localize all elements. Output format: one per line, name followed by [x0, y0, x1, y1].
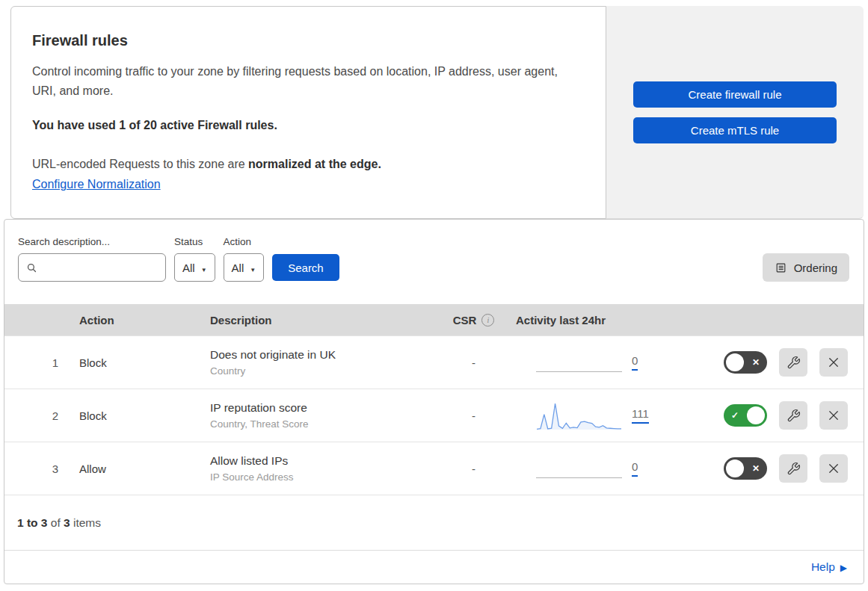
chevron-down-icon	[250, 262, 256, 274]
rule-description-cell: Does not originate in UK Country	[210, 348, 434, 377]
rule-csr-value: -	[434, 409, 513, 422]
action-label: Action	[224, 236, 265, 247]
rule-activity-cell: 111	[513, 399, 715, 432]
rule-priority: 3	[4, 462, 79, 475]
toggle-knob	[726, 353, 744, 371]
rule-fields: Country, Threat Score	[210, 418, 434, 430]
activity-count-link[interactable]: 0	[632, 460, 638, 477]
status-filter-group: Status All	[174, 236, 215, 282]
normalization-note: URL-encoded Requests to this zone are no…	[32, 154, 585, 194]
rule-action: Block	[79, 409, 210, 422]
wrench-icon	[787, 462, 801, 476]
create-firewall-rule-button[interactable]: Create firewall rule	[633, 81, 837, 108]
rule-controls	[715, 401, 864, 430]
rule-controls	[715, 454, 864, 483]
cta-panel: Create firewall rule Create mTLS rule	[606, 6, 864, 219]
table-row: 1 Block Does not originate in UK Country…	[4, 335, 864, 389]
rule-controls	[715, 348, 864, 377]
top-section: Firewall rules Control incoming traffic …	[10, 6, 864, 219]
header-csr: CSRi	[434, 314, 513, 327]
edit-rule-button[interactable]	[779, 401, 807, 430]
close-icon	[827, 409, 840, 422]
usage-summary: You have used 1 of 20 active Firewall ru…	[32, 119, 585, 132]
configure-normalization-link[interactable]: Configure Normalization	[32, 178, 161, 191]
intro-description: Control incoming traffic to your zone by…	[32, 62, 574, 101]
rule-activity-cell: 0	[513, 452, 715, 485]
header-description: Description	[210, 314, 434, 327]
rule-enabled-toggle[interactable]	[724, 457, 767, 480]
wrench-icon	[787, 409, 801, 423]
rule-csr-value: -	[434, 462, 513, 475]
header-action: Action	[79, 314, 210, 327]
close-icon	[827, 462, 840, 475]
action-filter-group: Action All	[224, 236, 265, 282]
activity-sparkline	[536, 346, 622, 379]
table-row: 2 Block IP reputation score Country, Thr…	[4, 389, 864, 442]
status-dropdown[interactable]: All	[174, 253, 215, 282]
rule-action: Block	[79, 356, 210, 369]
ordering-button[interactable]: Ordering	[763, 253, 849, 282]
search-group: Search description...	[18, 236, 166, 282]
intro-card: Firewall rules Control incoming traffic …	[10, 6, 606, 219]
search-label: Search description...	[18, 236, 166, 247]
items-count: 1 to 3 of 3 items	[4, 495, 864, 550]
help-row: Help	[4, 550, 864, 584]
delete-rule-button[interactable]	[819, 348, 848, 377]
rule-description-cell: Allow listed IPs IP Source Address	[210, 454, 434, 483]
rules-table-body: 1 Block Does not originate in UK Country…	[4, 335, 864, 495]
edit-rule-button[interactable]	[779, 348, 807, 377]
help-link[interactable]: Help	[811, 560, 847, 574]
filter-bar: Search description... Status All Action …	[4, 220, 864, 304]
activity-count-link[interactable]: 0	[632, 354, 638, 371]
arrow-right-icon	[840, 560, 847, 574]
check-icon	[731, 410, 739, 421]
rule-action: Allow	[79, 462, 210, 475]
toggle-knob	[747, 406, 765, 424]
rule-csr-value: -	[434, 356, 513, 369]
close-icon	[827, 356, 840, 369]
create-mtls-rule-button[interactable]: Create mTLS rule	[633, 117, 837, 143]
info-icon[interactable]: i	[481, 314, 494, 327]
rule-description: Does not originate in UK	[210, 348, 434, 362]
search-input-box[interactable]	[18, 253, 166, 282]
search-icon	[25, 262, 38, 274]
action-dropdown[interactable]: All	[224, 253, 265, 282]
activity-sparkline	[536, 399, 622, 432]
x-icon	[752, 357, 760, 368]
x-icon	[752, 463, 760, 474]
rules-card: Search description... Status All Action …	[4, 219, 864, 584]
rule-fields: Country	[210, 365, 434, 377]
delete-rule-button[interactable]	[819, 401, 848, 430]
ordering-list-icon	[775, 262, 787, 274]
rule-description-cell: IP reputation score Country, Threat Scor…	[210, 401, 434, 430]
delete-rule-button[interactable]	[819, 454, 848, 483]
table-header: Action Description CSRi Activity last 24…	[4, 304, 864, 335]
toggle-knob	[726, 460, 744, 477]
search-input[interactable]	[38, 261, 158, 274]
rule-priority: 2	[4, 409, 79, 422]
table-row: 3 Allow Allow listed IPs IP Source Addre…	[4, 442, 864, 495]
chevron-down-icon	[201, 262, 207, 274]
rule-enabled-toggle[interactable]	[724, 404, 767, 427]
rule-priority: 1	[4, 356, 79, 369]
rule-fields: IP Source Address	[210, 471, 434, 483]
activity-count-link[interactable]: 111	[632, 407, 649, 424]
edit-rule-button[interactable]	[779, 454, 807, 483]
status-label: Status	[174, 236, 215, 247]
wrench-icon	[787, 356, 801, 370]
rule-enabled-toggle[interactable]	[724, 351, 767, 374]
activity-sparkline	[536, 452, 622, 485]
page-title: Firewall rules	[32, 32, 585, 49]
rule-activity-cell: 0	[513, 346, 715, 379]
rule-description: IP reputation score	[210, 401, 434, 415]
search-button[interactable]: Search	[272, 254, 339, 281]
header-activity: Activity last 24hr	[513, 314, 715, 327]
rule-description: Allow listed IPs	[210, 454, 434, 468]
